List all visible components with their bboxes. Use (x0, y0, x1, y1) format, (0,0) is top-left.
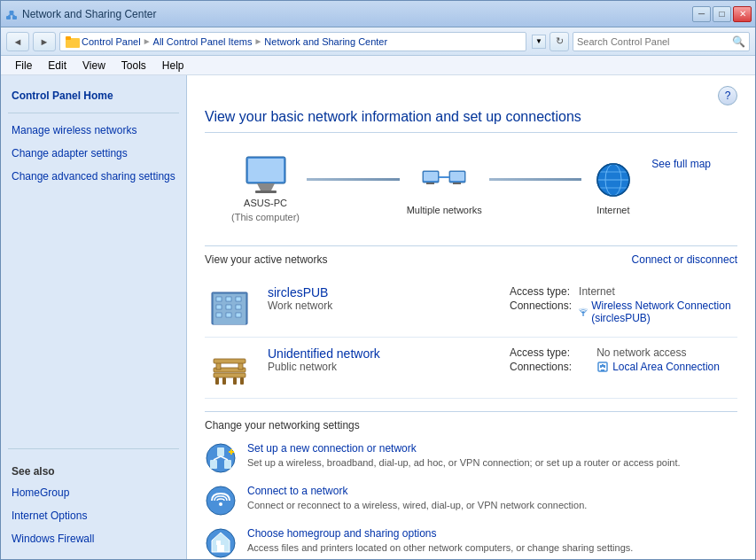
path-dropdown[interactable]: ▼ (532, 35, 546, 49)
menu-tools[interactable]: Tools (114, 58, 153, 74)
network-card-sircles: sirclesPUB Work network Access type: Int… (205, 276, 737, 338)
active-networks-header: View your active networks Connect or dis… (205, 245, 737, 269)
svg-line-4 (12, 14, 15, 16)
connect-disconnect-link[interactable]: Connect or disconnect (632, 253, 737, 266)
svg-rect-42 (222, 377, 226, 385)
page-title: View your basic network information and … (205, 109, 737, 133)
diagram-computer-label: ASUS-PC (244, 198, 287, 208)
svg-rect-44 (214, 359, 246, 363)
network-diagram: ASUS-PC (This computer) (205, 145, 737, 231)
svg-rect-43 (233, 377, 237, 385)
network-name-sircles[interactable]: sirclesPUB (268, 285, 495, 299)
diagram-line-2 (489, 178, 582, 181)
svg-rect-30 (226, 305, 231, 309)
network-details-sircles: Access type: Internet Connections: Wirel… (510, 285, 737, 324)
network-icon-building (205, 285, 253, 328)
diagram-multiple-label: Multiple networks (407, 205, 482, 215)
svg-rect-63 (216, 541, 221, 545)
svg-rect-10 (255, 191, 277, 193)
diagram-multiple-networks: Multiple networks (407, 161, 482, 215)
path-all-items[interactable]: All Control Panel Items (153, 36, 253, 47)
svg-rect-51 (217, 447, 224, 456)
search-box: 🔍 (573, 32, 750, 51)
menu-file[interactable]: File (8, 58, 39, 74)
homegroup-icon (205, 527, 237, 559)
sidebar-divider-1 (8, 113, 179, 113)
network-name-unidentified[interactable]: Unidentified network (268, 346, 495, 361)
setting-link-homegroup[interactable]: Choose homegroup and sharing options (247, 527, 737, 540)
menubar: File Edit View Tools Help (1, 56, 755, 75)
network-card-unidentified: Unidentified network Public network Acce… (205, 338, 737, 399)
svg-rect-8 (248, 159, 284, 182)
network-type-sircles: Work network (268, 299, 495, 312)
sidebar: Control Panel Home Manage wireless netwo… (1, 75, 187, 559)
network-card-info-sircles: sirclesPUB Work network (268, 285, 495, 312)
svg-rect-34 (236, 313, 241, 317)
building-icon (207, 285, 253, 328)
minimize-button[interactable]: ─ (692, 6, 711, 22)
svg-point-35 (582, 315, 584, 316)
refresh-button[interactable]: ↻ (549, 32, 569, 51)
sidebar-item-windows-firewall[interactable]: Windows Firewall (1, 527, 186, 550)
maximize-button[interactable]: □ (713, 6, 731, 22)
wifi-icon (579, 306, 588, 318)
search-icon[interactable]: 🔍 (732, 35, 745, 48)
see-full-map-link[interactable]: See full map (651, 158, 711, 170)
svg-rect-2 (10, 11, 14, 14)
close-button[interactable]: ✕ (733, 6, 752, 22)
sidebar-item-adapter-settings[interactable]: Change adapter settings (1, 142, 186, 165)
svg-rect-32 (216, 313, 222, 317)
diagram-internet: Internet (588, 161, 637, 215)
sidebar-item-internet-options[interactable]: Internet Options (1, 504, 186, 527)
svg-rect-6 (66, 36, 71, 40)
addressbar: ◄ ► Control Panel ► All Control Panel It… (1, 27, 755, 56)
connections-value-2[interactable]: Local Area Connection (612, 361, 720, 373)
svg-rect-13 (426, 183, 434, 184)
forward-button[interactable]: ► (33, 32, 56, 51)
svg-rect-46 (600, 365, 602, 368)
svg-rect-52 (210, 460, 217, 469)
sidebar-item-home[interactable]: Control Panel Home (1, 84, 186, 107)
menu-help[interactable]: Help (155, 58, 191, 74)
titlebar-controls: ─ □ ✕ (692, 6, 752, 22)
back-button[interactable]: ◄ (6, 32, 29, 51)
setting-item-connect: Connect to a network Connect or reconnec… (205, 485, 737, 517)
content-inner: ? View your basic network information an… (187, 75, 755, 559)
sidebar-item-advanced-sharing[interactable]: Change advanced sharing settings (1, 165, 186, 188)
network-type-unidentified: Public network (268, 361, 495, 373)
setting-link-new-connection[interactable]: Set up a new connection or network (247, 442, 737, 455)
settings-section: Change your networking settings (205, 411, 737, 559)
main-window: Network and Sharing Center ─ □ ✕ ◄ ► Con… (0, 0, 756, 560)
diagram-computer-sublabel: (This computer) (231, 212, 300, 222)
setting-desc-homegroup: Access files and printers located on oth… (247, 542, 633, 553)
svg-rect-29 (216, 305, 222, 309)
svg-rect-48 (602, 364, 604, 367)
address-path: Control Panel ► All Control Panel Items … (59, 32, 526, 51)
settings-section-title: Change your networking settings (205, 411, 737, 432)
connections-value-1[interactable]: Wireless Network Connection (sirclesPUB) (591, 299, 737, 324)
titlebar-left: Network and Sharing Center (4, 7, 156, 21)
svg-rect-40 (215, 377, 219, 385)
setting-link-connect[interactable]: Connect to a network (247, 485, 737, 497)
path-control-panel[interactable]: Control Panel (82, 36, 141, 47)
menu-view[interactable]: View (75, 58, 113, 74)
setting-item-homegroup: Choose homegroup and sharing options Acc… (205, 527, 737, 559)
connections-label-2: Connections: (510, 361, 589, 373)
sidebar-item-homegroup[interactable]: HomeGroup (1, 481, 186, 504)
diagram-computer: ASUS-PC (This computer) (231, 154, 300, 222)
svg-point-58 (207, 486, 235, 515)
setting-item-new-connection: Set up a new connection or network Set u… (205, 442, 737, 474)
svg-line-3 (9, 14, 12, 16)
sidebar-item-manage-wireless[interactable]: Manage wireless networks (1, 119, 186, 142)
window-icon (4, 7, 19, 21)
network-details-unidentified: Access type: No network access Connectio… (510, 346, 737, 373)
svg-rect-49 (601, 369, 604, 371)
access-type-label-1: Access type: (510, 285, 572, 298)
help-button[interactable]: ? (718, 86, 737, 105)
path-network-center[interactable]: Network and Sharing Center (264, 36, 387, 47)
search-input[interactable] (577, 36, 732, 47)
svg-rect-15 (450, 172, 464, 181)
svg-rect-1 (12, 16, 17, 19)
svg-rect-53 (224, 460, 231, 469)
menu-edit[interactable]: Edit (41, 58, 74, 74)
